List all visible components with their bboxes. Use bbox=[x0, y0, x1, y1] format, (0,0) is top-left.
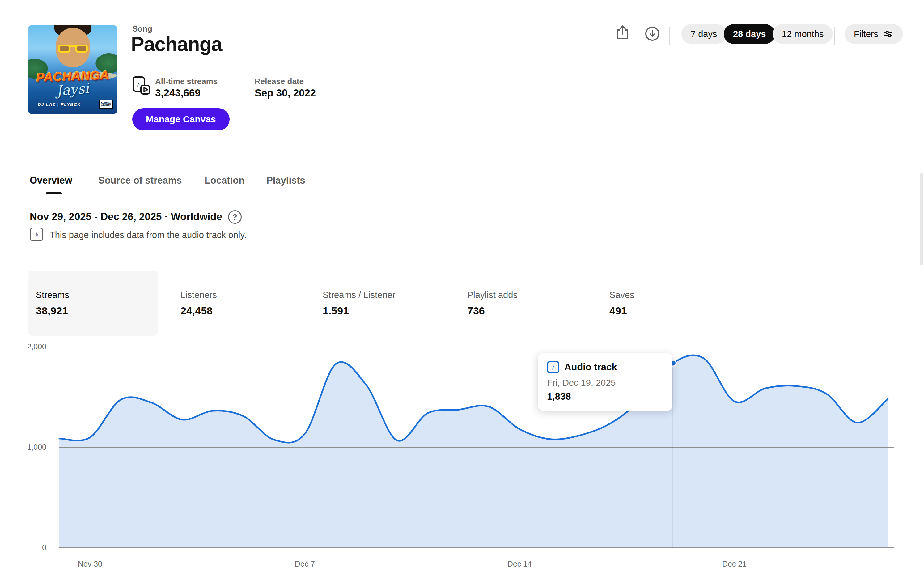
streams-area-chart[interactable] bbox=[0, 0, 924, 583]
vertical-scrollbar-thumb[interactable] bbox=[920, 173, 923, 265]
y-axis-tick-label: 0 bbox=[9, 543, 46, 552]
y-axis-tick-label: 2,000 bbox=[9, 342, 46, 351]
y-axis-tick-label: 1,000 bbox=[9, 443, 46, 452]
tooltip-value: 1,838 bbox=[547, 391, 663, 402]
spotify-for-artists-song-page: PACHANGA Jaysi DJ LAZ | PLYBCK PARENTALA… bbox=[0, 0, 924, 583]
tooltip-series-title: Audio track bbox=[564, 362, 617, 373]
chart-tooltip: ♪ Audio track Fri, Dec 19, 2025 1,838 bbox=[538, 353, 672, 411]
x-axis-tick-label: Nov 30 bbox=[62, 560, 118, 568]
chart-area-fill bbox=[59, 355, 888, 548]
audio-track-icon: ♪ bbox=[547, 361, 559, 373]
x-axis-tick-label: Dec 21 bbox=[707, 560, 762, 568]
tooltip-date: Fri, Dec 19, 2025 bbox=[547, 378, 663, 388]
x-axis-tick-label: Dec 14 bbox=[492, 560, 547, 568]
x-axis-tick-label: Dec 7 bbox=[277, 560, 333, 568]
